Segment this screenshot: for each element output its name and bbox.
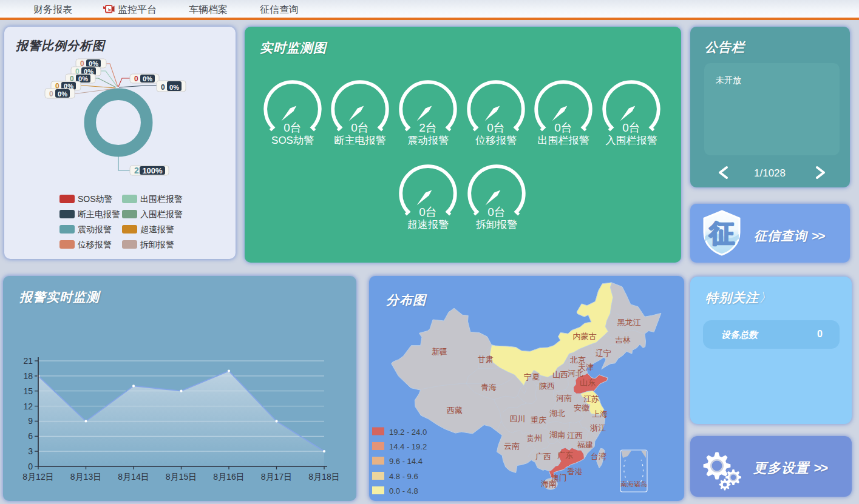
svg-text:12: 12 <box>23 402 33 411</box>
svg-text:14.4 - 19.2: 14.4 - 19.2 <box>389 442 427 451</box>
svg-text:0台: 0台 <box>487 206 506 218</box>
svg-text:贵州: 贵州 <box>526 434 542 443</box>
svg-text:云南: 云南 <box>504 442 520 451</box>
svg-text:0台: 0台 <box>554 121 572 134</box>
svg-text:震动报警: 震动报警 <box>78 224 112 234</box>
svg-text:江西: 江西 <box>567 431 583 440</box>
svg-text:辽宁: 辽宁 <box>596 349 611 358</box>
svg-text:海南: 海南 <box>541 479 557 488</box>
svg-text:0: 0 <box>49 90 53 98</box>
svg-text:19.2 - 24.0: 19.2 - 24.0 <box>389 428 427 437</box>
svg-text:重庆: 重庆 <box>531 415 546 425</box>
svg-text:福建: 福建 <box>577 440 593 449</box>
svg-text:4.8 - 9.6: 4.8 - 9.6 <box>389 472 418 481</box>
svg-text:3: 3 <box>28 446 33 456</box>
svg-text:15: 15 <box>23 386 33 396</box>
svg-text:0: 0 <box>161 83 165 92</box>
svg-text:山西: 山西 <box>552 370 568 379</box>
svg-text:香港: 香港 <box>567 467 583 476</box>
svg-text:0.0 - 4.8: 0.0 - 4.8 <box>389 486 418 496</box>
svg-text:超速报警: 超速报警 <box>407 219 449 230</box>
svg-text:8月13日: 8月13日 <box>70 472 101 482</box>
svg-text:18: 18 <box>23 371 33 381</box>
svg-text:2: 2 <box>134 166 139 175</box>
svg-text:宁夏: 宁夏 <box>524 372 540 381</box>
svg-text:0%: 0% <box>78 75 88 82</box>
svg-text:断主电报警: 断主电报警 <box>78 209 120 219</box>
svg-text:0%: 0% <box>169 84 179 91</box>
svg-text:河北: 河北 <box>568 369 583 378</box>
svg-text:安徽: 安徽 <box>574 403 589 412</box>
svg-text:广西: 广西 <box>535 452 551 461</box>
svg-text:1/1028: 1/1028 <box>754 167 786 179</box>
svg-text:入围栏报警: 入围栏报警 <box>140 209 183 219</box>
svg-text:南海诸岛: 南海诸岛 <box>620 480 647 488</box>
svg-text:出围栏报警: 出围栏报警 <box>140 194 183 204</box>
svg-text:0台: 0台 <box>351 121 369 134</box>
svg-text:位移报警: 位移报警 <box>475 135 517 146</box>
svg-text:入围栏报警: 入围栏报警 <box>606 135 657 146</box>
svg-text:0: 0 <box>28 462 33 471</box>
svg-text:新疆: 新疆 <box>432 347 447 356</box>
svg-text:台湾: 台湾 <box>591 452 606 461</box>
svg-text:上海: 上海 <box>592 409 608 418</box>
svg-text:内蒙古: 内蒙古 <box>573 332 597 341</box>
svg-text:出围栏报警: 出围栏报警 <box>538 135 589 146</box>
svg-text:超速报警: 超速报警 <box>140 224 174 234</box>
svg-text:0台: 0台 <box>419 206 437 218</box>
svg-text:拆卸报警: 拆卸报警 <box>475 219 517 230</box>
svg-text:8月12日: 8月12日 <box>22 472 53 482</box>
svg-text:8月14日: 8月14日 <box>118 472 149 482</box>
svg-text:SOS劫警: SOS劫警 <box>78 194 113 204</box>
svg-text:0: 0 <box>134 75 138 83</box>
svg-text:西藏: 西藏 <box>447 406 463 415</box>
svg-text:SOS劫警: SOS劫警 <box>271 135 314 146</box>
svg-text:青海: 青海 <box>481 383 497 392</box>
svg-text:0台: 0台 <box>487 121 505 134</box>
svg-text:陕西: 陕西 <box>539 381 555 391</box>
svg-text:9.6 - 14.4: 9.6 - 14.4 <box>389 457 423 466</box>
svg-text:广东: 广东 <box>557 451 573 460</box>
svg-text:8月16日: 8月16日 <box>213 472 244 482</box>
svg-text:0%: 0% <box>58 90 67 98</box>
svg-text:100%: 100% <box>142 166 163 175</box>
svg-text:震动报警: 震动报警 <box>407 135 449 146</box>
svg-text:9: 9 <box>28 416 33 426</box>
svg-text:拆卸报警: 拆卸报警 <box>140 240 174 249</box>
svg-text:甘肃: 甘肃 <box>478 355 494 364</box>
svg-text:黑龙江: 黑龙江 <box>617 318 641 327</box>
svg-text:0%: 0% <box>143 75 152 82</box>
svg-text:8月17日: 8月17日 <box>261 472 292 482</box>
svg-text:四川: 四川 <box>509 414 525 423</box>
svg-text:湖北: 湖北 <box>549 409 565 418</box>
svg-text:8月15日: 8月15日 <box>166 472 197 482</box>
svg-text:征: 征 <box>708 219 735 247</box>
svg-text:6: 6 <box>28 431 33 441</box>
svg-text:2台: 2台 <box>419 121 437 134</box>
svg-text:21: 21 <box>23 356 33 366</box>
svg-text:湖南: 湖南 <box>549 430 565 439</box>
svg-text:8月18日: 8月18日 <box>308 472 339 482</box>
svg-text:浙江: 浙江 <box>590 423 606 432</box>
svg-text:吉林: 吉林 <box>615 335 631 344</box>
svg-text:0%: 0% <box>89 60 98 67</box>
svg-text:0台: 0台 <box>622 121 640 134</box>
svg-text:断主电报警: 断主电报警 <box>334 135 386 146</box>
svg-text:位移报警: 位移报警 <box>77 240 112 249</box>
svg-text:江苏: 江苏 <box>583 394 599 403</box>
svg-text:山东: 山东 <box>580 378 596 387</box>
svg-text:0台: 0台 <box>284 121 302 134</box>
svg-text:河南: 河南 <box>556 394 572 403</box>
